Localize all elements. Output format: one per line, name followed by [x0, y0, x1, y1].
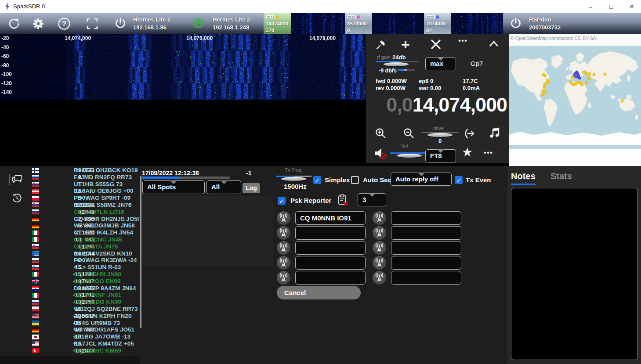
list-item[interactable]: 15<...> S51UN R-03 — [24, 264, 139, 271]
minimize-button[interactable]: – — [583, 1, 598, 12]
decode-messages-area[interactable] — [142, 196, 273, 267]
tx-message-input[interactable] — [391, 256, 461, 270]
receiver-badge-7074[interactable]: FT8 7074000 84 — [424, 13, 451, 34]
tune-out-icon[interactable] — [464, 127, 476, 140]
power-icon-rspduo[interactable] — [509, 17, 523, 31]
help-icon[interactable]: ? — [57, 17, 71, 31]
list-item[interactable]: 11WB2QJ SQ2BNE RR73 — [24, 306, 139, 313]
auto-seq-checkbox[interactable]: ✓ — [351, 176, 359, 184]
waterfall-thumbnail-1[interactable] — [291, 13, 345, 34]
list-item[interactable]: 82848CQ UB3TLK LO16 — [24, 209, 139, 216]
close-button[interactable]: × — [624, 1, 639, 12]
fullscreen-icon[interactable] — [85, 17, 99, 31]
list-item[interactable]: 111723R9OEE OH2BCK KO19 — [24, 167, 139, 174]
cancel-button[interactable]: Cancel — [277, 286, 361, 299]
list-item[interactable]: 162144R4HD SV2SKD KN10 — [24, 250, 139, 257]
tx-message-input[interactable] — [295, 256, 366, 270]
transmit-message-button[interactable] — [277, 211, 290, 225]
spots-scrollbar[interactable] — [140, 176, 141, 328]
tuned-frequency[interactable]: 0,014,074,000 — [368, 94, 507, 116]
vol-slider[interactable] — [397, 154, 422, 158]
waterfall-thumbnail-2[interactable] — [372, 13, 424, 34]
drive-slider[interactable] — [427, 133, 453, 137]
list-item[interactable]: 5PD0WAG SP9HT -09 — [24, 195, 139, 202]
auto-reply-dropdown[interactable]: Auto reply off — [391, 173, 452, 186]
list-item[interactable]: 11290CQ S51TA JN75 — [24, 243, 139, 250]
tx-freq-slider[interactable] — [281, 177, 306, 181]
zoom-in-icon[interactable] — [375, 127, 387, 140]
rf-gain-slider[interactable] — [384, 62, 409, 66]
more-options-icon[interactable]: ••• — [458, 36, 467, 45]
transmit-message-button[interactable] — [373, 256, 386, 270]
band-filter-dropdown[interactable]: All — [206, 180, 241, 194]
power-icon-hermes2-on[interactable] — [192, 17, 206, 31]
list-item[interactable]: -197687CQ ZF2OO EK99 — [24, 278, 139, 285]
list-item[interactable]: -15UF4S UR9MB 73 — [24, 320, 139, 327]
tx-even-checkbox[interactable]: ✓ — [455, 176, 463, 184]
audio-note-icon[interactable] — [489, 126, 500, 139]
close-receiver-icon[interactable] — [430, 39, 442, 50]
transmit-message-button[interactable] — [277, 226, 290, 240]
more-options-icon[interactable]: ••• — [484, 148, 493, 157]
log-button[interactable]: Log — [243, 183, 260, 193]
settings-gear-icon[interactable] — [31, 17, 45, 31]
tx-message-input[interactable] — [391, 241, 461, 255]
tx-message-input[interactable] — [295, 271, 366, 285]
tab-notes[interactable]: Notes — [511, 171, 536, 181]
tx-message-input[interactable] — [295, 211, 366, 225]
agc-dropdown[interactable]: max — [425, 57, 456, 70]
transmit-message-button[interactable] — [277, 241, 290, 255]
mute-speaker-icon[interactable] — [374, 147, 388, 160]
list-item[interactable]: -13783W3YNI DG1AFS JO51 — [24, 326, 139, 333]
tab-stats[interactable]: Stats — [550, 171, 572, 181]
receiver-badge-3573[interactable]: FT8 3573000 0 — [345, 13, 372, 34]
list-item[interactable]: -15EA7JCL KM4TDZ +05 — [24, 340, 139, 347]
list-item[interactable]: -182873CQ TA2HC KM69 — [24, 347, 139, 354]
list-item[interactable]: 10931CQ IK2CNC JN45 — [24, 236, 139, 243]
spots-filter-dropdown[interactable]: All Spots — [142, 180, 205, 194]
list-item[interactable]: -7PD0WAG RK3DWA -24 — [24, 257, 139, 264]
list-item[interactable]: -131701CQ IK7XNF JN81 — [24, 292, 139, 299]
messages-view-icon[interactable] — [12, 174, 22, 184]
device-rspduo[interactable]: RSPduo 2007003732 — [529, 16, 561, 32]
receiver-badge-14074[interactable]: FT8 14074000 270 — [264, 13, 291, 34]
tx-message-input[interactable] — [391, 271, 461, 285]
add-receiver-icon[interactable]: + — [401, 36, 410, 53]
list-item[interactable]: 211120CT1GTI IK4LZH JN54 — [24, 229, 139, 236]
waterfall-thumbnail-3[interactable] — [451, 13, 503, 34]
mode-dropdown[interactable]: FT8 — [425, 149, 456, 162]
collapse-chevron-icon[interactable] — [488, 39, 500, 49]
tx-periods-dropdown[interactable]: 3 — [358, 193, 386, 206]
transmit-message-button[interactable] — [373, 211, 386, 225]
zoom-out-icon[interactable] — [403, 127, 415, 140]
transmit-message-button[interactable] — [373, 241, 386, 255]
psk-reporter-checkbox[interactable]: ✓ — [278, 197, 286, 205]
transmit-message-button[interactable] — [277, 256, 290, 270]
list-item[interactable]: -132759CQ R2ZDO KN99 — [24, 299, 139, 306]
world-map[interactable]: © OpenStreetMap contributors CC-BY-SA — [509, 34, 641, 166]
list-item[interactable]: -1956472Q0CVN K2RH FN20 — [24, 313, 139, 320]
simplex-checkbox[interactable]: ✓ — [313, 176, 321, 184]
power-icon-hermes1[interactable] — [113, 17, 127, 31]
history-view-icon[interactable] — [12, 193, 22, 203]
list-item[interactable]: 15EA6AIU OE6JGG +00 — [24, 187, 139, 195]
transmit-message-button[interactable] — [373, 226, 386, 240]
pin-icon[interactable] — [375, 39, 387, 51]
list-item[interactable]: 1UT1HB S55SG 73 — [24, 181, 139, 188]
transmit-message-button[interactable] — [373, 271, 386, 285]
notes-textarea[interactable] — [511, 188, 638, 360]
list-item[interactable]: -2795GQ4COR DH2NJS JO50 — [24, 216, 139, 223]
list-item[interactable]: 81235DL0GE/P 9A4ZM JN64 — [24, 285, 139, 292]
list-item[interactable]: -19ZL1BG JA7OWB -13 — [24, 333, 139, 340]
list-item[interactable]: -151781CQ IZ7SHN JN80 — [24, 271, 139, 278]
tx-message-input[interactable] — [295, 226, 366, 240]
restart-icon[interactable] — [7, 17, 21, 31]
device-hermes1[interactable]: Hermes Lite 2 192.168.1.86 — [133, 16, 170, 32]
clear-log-icon[interactable] — [337, 194, 348, 206]
transmit-message-button[interactable] — [277, 271, 290, 285]
list-item[interactable]: 121230HB9IPA S58MZ JN76 — [24, 202, 139, 209]
list-item[interactable]: -5861W3YNI DG3MJB JN58 — [24, 222, 139, 229]
device-hermes2[interactable]: Hermes Lite 2 192.168.1.248 — [213, 16, 250, 32]
tx-message-input[interactable] — [295, 241, 366, 255]
tx-message-input[interactable] — [391, 211, 461, 225]
